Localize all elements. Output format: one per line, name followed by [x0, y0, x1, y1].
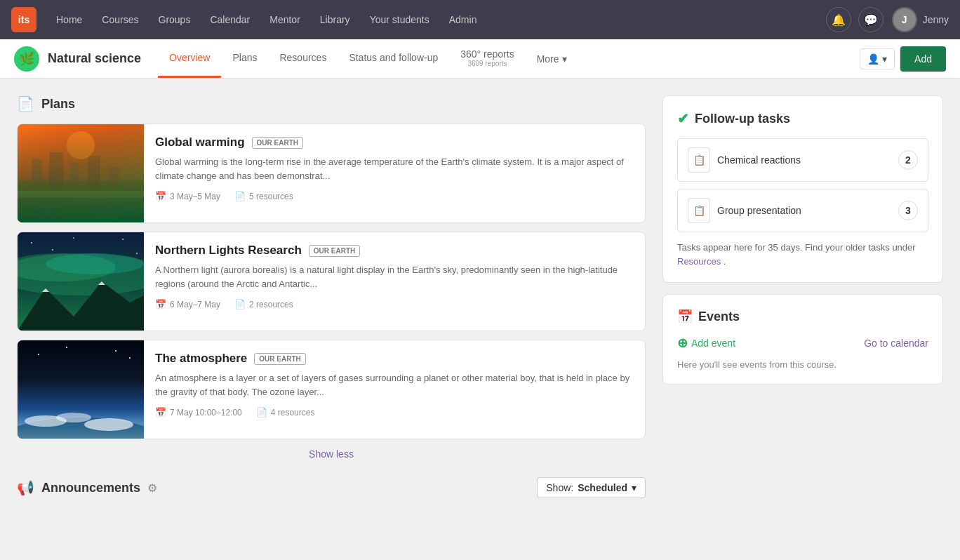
svg-point-26	[38, 354, 39, 355]
nav-courses[interactable]: Courses	[93, 8, 147, 31]
nav-admin[interactable]: Admin	[441, 8, 486, 31]
plan-card-global-warming[interactable]: Global warming OUR EARTH Global warming …	[17, 124, 646, 223]
calendar-icon: 📅	[155, 191, 166, 201]
plan-image-atmosphere	[18, 340, 144, 439]
announcements-title: Announcements	[41, 481, 140, 495]
user-name: Jenny	[923, 14, 949, 25]
plans-label: Plans	[41, 97, 75, 112]
document-icon: 📋	[693, 154, 705, 166]
follow-up-section: ✔ Follow-up tasks 📋 Chemical reactions 2…	[662, 95, 943, 283]
plans-section-title: 📄 Plans	[17, 95, 646, 112]
svg-point-25	[84, 418, 133, 431]
svg-point-24	[56, 413, 91, 422]
plan-image-northern-lights	[18, 232, 144, 331]
svg-rect-0	[18, 124, 144, 222]
svg-rect-1	[18, 180, 144, 222]
show-label: Show:	[546, 482, 573, 493]
nav-mentor[interactable]: Mentor	[261, 8, 309, 31]
plan-date-northern-lights: 6 May–7 May	[170, 300, 220, 309]
add-button[interactable]: Add	[900, 46, 946, 72]
notifications-icon[interactable]: 🔔	[826, 7, 851, 32]
plan-resources-global-warming: 5 resources	[249, 192, 293, 201]
avatar: J	[892, 7, 917, 32]
task-icon-chemical: 📋	[688, 147, 710, 173]
svg-rect-8	[18, 191, 144, 198]
left-panel: 📄 Plans	[17, 95, 646, 509]
plan-desc-atmosphere: An atmosphere is a layer or a set of lay…	[155, 371, 634, 399]
task-item-group-presentation[interactable]: 📋 Group presentation 3	[677, 189, 928, 232]
plus-icon: ⊕	[677, 335, 688, 351]
file-icon-atm: 📄	[256, 407, 267, 418]
resources-link[interactable]: Resources	[677, 256, 721, 267]
plan-card-atmosphere[interactable]: The atmosphere OUR EARTH An atmosphere i…	[17, 340, 646, 439]
events-title-row: 📅 Events	[677, 309, 928, 324]
plan-desc-global-warming: Global warming is the long-term rise in …	[155, 155, 634, 182]
follow-up-title-row: ✔ Follow-up tasks	[677, 110, 928, 127]
messages-icon[interactable]: 💬	[858, 7, 884, 32]
show-less-section: Show less	[17, 448, 646, 460]
announcements-icon: 📢	[17, 479, 34, 496]
nav-groups[interactable]: Groups	[150, 8, 199, 31]
right-panel: ✔ Follow-up tasks 📋 Chemical reactions 2…	[662, 95, 943, 509]
task-note: Tasks appear here for 35 days. Find your…	[677, 241, 928, 268]
plan-resources-northern-lights: 2 resources	[249, 300, 293, 309]
plan-card-body-atmosphere: The atmosphere OUR EARTH An atmosphere i…	[144, 340, 645, 439]
go-to-calendar-link[interactable]: Go to calendar	[864, 338, 928, 349]
plan-title-northern-lights: Northern Lights Research	[155, 244, 302, 258]
person-filter-button[interactable]: 👤 ▾	[860, 48, 895, 69]
task-left-chemical: 📋 Chemical reactions	[688, 147, 801, 173]
nav-calendar[interactable]: Calendar	[201, 8, 258, 31]
tab-plans[interactable]: Plans	[221, 39, 268, 78]
plan-card-body-northern-lights: Northern Lights Research OUR EARTH A Nor…	[144, 232, 645, 331]
file-icon-nl: 📄	[234, 299, 246, 309]
nav-library[interactable]: Library	[312, 8, 359, 31]
add-event-label: Add event	[691, 338, 735, 349]
tab-status[interactable]: Status and follow-up	[338, 39, 449, 78]
events-title: Events	[698, 309, 740, 324]
announcements-settings-icon[interactable]: ⚙	[147, 481, 157, 495]
svg-point-7	[67, 131, 95, 159]
plan-card-northern-lights[interactable]: Northern Lights Research OUR EARTH A Nor…	[17, 232, 646, 331]
chevron-down-icon-person: ▾	[882, 53, 887, 65]
show-dropdown[interactable]: Show: Scheduled ▾	[537, 477, 646, 498]
chevron-down-icon: ▾	[562, 53, 567, 65]
svg-point-16	[136, 253, 138, 254]
plan-meta-northern-lights: 📅 6 May–7 May 📄 2 resources	[155, 299, 634, 309]
plan-date-atmosphere: 7 May 10:00–12:00	[170, 408, 242, 418]
document-icon-group: 📋	[693, 205, 705, 216]
course-icon: 🌿	[14, 46, 39, 72]
calendar-icon-nl: 📅	[155, 299, 166, 309]
logo[interactable]: its	[11, 7, 36, 32]
task-name-chemical: Chemical reactions	[717, 154, 801, 166]
plan-meta-global-warming: 📅 3 May–5 May 📄 5 resources	[155, 191, 634, 201]
svg-rect-6	[109, 166, 119, 187]
svg-rect-3	[49, 152, 63, 187]
show-less-link[interactable]: Show less	[309, 448, 354, 460]
task-note-text: Tasks appear here for 35 days. Find your…	[677, 242, 916, 253]
add-event-button[interactable]: ⊕ Add event	[677, 335, 735, 351]
person-icon: 👤	[867, 53, 879, 65]
events-header: ⊕ Add event Go to calendar	[677, 335, 928, 351]
tab-reports[interactable]: 360° reports 3609 reports	[449, 36, 525, 82]
tab-overview[interactable]: Overview	[158, 39, 221, 78]
svg-point-29	[129, 357, 131, 359]
svg-rect-4	[70, 163, 79, 187]
nav-your-students[interactable]: Your students	[361, 8, 438, 31]
tab-resources[interactable]: Resources	[268, 39, 338, 78]
svg-point-27	[66, 347, 67, 348]
events-section: 📅 Events ⊕ Add event Go to calendar Here…	[662, 294, 943, 385]
task-name-group: Group presentation	[717, 205, 801, 216]
events-empty-text: Here you'll see events from this course.	[677, 359, 928, 370]
task-count-chemical: 2	[898, 150, 918, 170]
plan-tag-global-warming: OUR EARTH	[252, 137, 303, 149]
top-nav: its Home Courses Groups Calendar Mentor …	[0, 0, 960, 39]
tab-more[interactable]: More ▾	[526, 41, 578, 77]
plan-tag-northern-lights: OUR EARTH	[309, 245, 360, 257]
nav-home[interactable]: Home	[48, 8, 91, 31]
plan-title-atmosphere: The atmosphere	[155, 352, 247, 366]
task-item-chemical-reactions[interactable]: 📋 Chemical reactions 2	[677, 138, 928, 182]
more-label: More	[537, 53, 559, 65]
task-count-group: 3	[898, 201, 918, 220]
user-menu[interactable]: J Jenny	[892, 7, 949, 32]
svg-rect-5	[88, 156, 100, 187]
